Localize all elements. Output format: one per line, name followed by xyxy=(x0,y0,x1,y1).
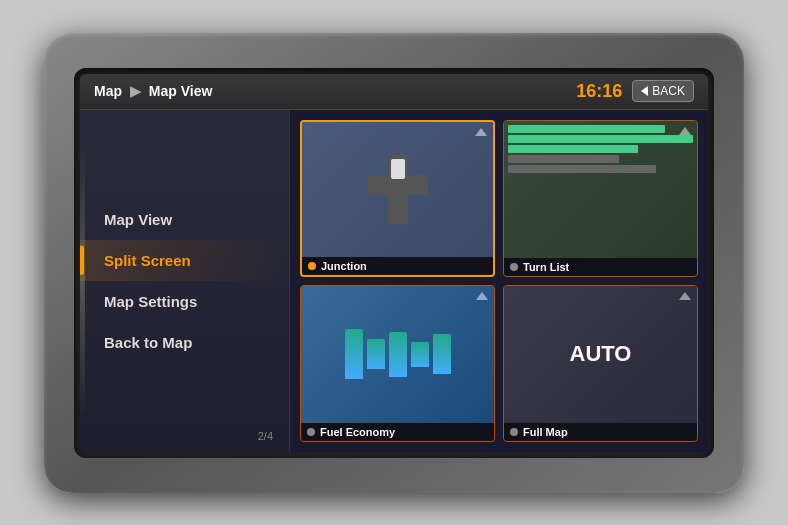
tile-fuel-label: Fuel Economy xyxy=(320,426,395,438)
tile-turnlist-footer: Turn List xyxy=(504,258,697,276)
back-arrow-icon xyxy=(641,86,648,96)
tile-turnlist-arrow-icon xyxy=(679,127,691,135)
breadcrumb: Map ▶ Map View xyxy=(94,83,212,99)
tile-fuel-economy[interactable]: Fuel Economy xyxy=(300,285,495,442)
clock-display: 16:16 xyxy=(576,81,622,102)
tile-fullmap-arrow-icon xyxy=(679,292,691,300)
menu-item-split-screen[interactable]: Split Screen xyxy=(80,240,289,281)
back-button[interactable]: BACK xyxy=(632,80,694,102)
tile-fuel-arrow-icon xyxy=(476,292,488,300)
screen: Map ▶ Map View 16:16 BACK Map Vi xyxy=(80,74,708,452)
tile-junction-footer: Junction xyxy=(302,257,493,275)
tile-fullmap-dot xyxy=(510,428,518,436)
tile-fuel-footer: Fuel Economy xyxy=(301,423,494,441)
tile-fullmap-label: Full Map xyxy=(523,426,568,438)
page-indicator: 2/4 xyxy=(258,430,273,442)
tile-fullmap-auto-text: AUTO xyxy=(570,341,632,367)
tile-junction-label: Junction xyxy=(321,260,367,272)
tile-turnlist-label: Turn List xyxy=(523,261,569,273)
breadcrumb-separator: ▶ xyxy=(130,83,141,99)
tile-turnlist-dot xyxy=(510,263,518,271)
tile-junction-image xyxy=(302,122,493,257)
tile-junction-arrow-icon xyxy=(475,128,487,136)
menu-item-map-view[interactable]: Map View xyxy=(80,199,289,240)
tile-fuel-dot xyxy=(307,428,315,436)
screen-bezel: Map ▶ Map View 16:16 BACK Map Vi xyxy=(74,68,714,458)
tile-fullmap-image: AUTO xyxy=(504,286,697,423)
header-right: 16:16 BACK xyxy=(576,80,694,102)
tile-junction-dot xyxy=(308,262,316,270)
breadcrumb-child: Map View xyxy=(149,83,213,99)
breadcrumb-root: Map xyxy=(94,83,122,99)
side-menu: Map View Split Screen Map Settings Back … xyxy=(80,110,290,452)
tile-full-map[interactable]: AUTO Full Map xyxy=(503,285,698,442)
device-frame: Map ▶ Map View 16:16 BACK Map Vi xyxy=(44,33,744,493)
tile-fullmap-footer: Full Map xyxy=(504,423,697,441)
view-grid: Junction xyxy=(290,110,708,452)
tile-turn-list[interactable]: Turn List xyxy=(503,120,698,277)
tile-turnlist-image xyxy=(504,121,697,258)
tile-junction[interactable]: Junction xyxy=(300,120,495,277)
tile-fuel-image xyxy=(301,286,494,423)
main-content: Map View Split Screen Map Settings Back … xyxy=(80,110,708,452)
menu-item-map-settings[interactable]: Map Settings xyxy=(80,281,289,322)
menu-item-back-to-map[interactable]: Back to Map xyxy=(80,322,289,363)
header: Map ▶ Map View 16:16 BACK xyxy=(80,74,708,110)
back-label: BACK xyxy=(652,84,685,98)
